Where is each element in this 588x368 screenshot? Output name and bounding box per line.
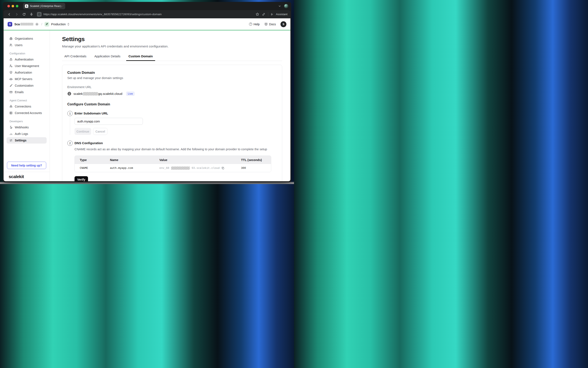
org-name[interactable]: Sca [14, 23, 20, 26]
minimize-window-button[interactable] [12, 5, 14, 7]
tab-application-details[interactable]: Application Details [92, 54, 123, 61]
step-1-title: Enter Subdomain URL [75, 111, 277, 115]
column-ttl: TTL (seconds) [241, 158, 266, 162]
browser-tab-strip: S Scalekit | Enterprise Ready A [4, 2, 290, 10]
site-info-globe-icon[interactable] [37, 12, 42, 17]
dns-table-header: Type Name Value TTL (seconds) [75, 156, 271, 164]
column-type: Type [80, 158, 110, 162]
card-heading: Custom Domain [67, 71, 277, 75]
environment-url-label: Environment URL [67, 85, 277, 89]
tab-custom-domain[interactable]: Custom Domain [126, 54, 155, 61]
server-stack-icon [9, 111, 13, 115]
sidebar-item-settings[interactable]: Settings [7, 137, 47, 144]
sidebar: Organizations Users Configuration Authen… [4, 30, 50, 181]
step-2-number: 2 [67, 141, 73, 146]
mail-icon [9, 91, 13, 94]
dns-records-table: Type Name Value TTL (seconds) CNAME [75, 156, 271, 172]
address-bar[interactable]: https://app.scalekit.cloud/ws/environmen… [43, 13, 162, 16]
help-button[interactable]: Help [249, 23, 260, 26]
step-1-number: 1 [67, 111, 73, 116]
bookmark-star-icon[interactable] [256, 12, 259, 16]
lock-icon [9, 58, 13, 61]
maximize-window-button[interactable] [16, 5, 18, 7]
browser-profile-avatar[interactable] [284, 4, 288, 8]
sidebar-item-authorization[interactable]: Authorization [7, 69, 47, 76]
sidebar-item-connected-accounts[interactable]: Connected Accounts [7, 110, 47, 116]
verify-button[interactable]: Verify [75, 176, 88, 181]
column-value: Value [159, 158, 241, 162]
scalekit-favicon: S [25, 4, 28, 8]
docs-button[interactable]: Docs [264, 22, 276, 26]
environment-rocket-icon [45, 22, 49, 27]
environment-switcher-chevrons-icon[interactable] [67, 23, 70, 26]
dns-description: CNAME records act as an alias by mapping… [75, 147, 277, 151]
sidebar-item-organizations[interactable]: Organizations [7, 35, 47, 42]
record-value: env_6893.scalekit.cloud [159, 166, 241, 170]
main-content: Settings Manage your application's API c… [50, 30, 290, 181]
shield-check-icon [9, 71, 13, 74]
voice-search-icon[interactable] [29, 12, 34, 17]
robot-icon [9, 77, 13, 81]
scalekit-wordmark: scalekit [9, 174, 24, 179]
sidebar-item-authentication[interactable]: Authentication [7, 56, 47, 63]
continue-button[interactable]: Continue [75, 128, 91, 135]
window-controls [7, 5, 18, 7]
cancel-button[interactable]: Cancel [93, 128, 107, 135]
paintbrush-icon [9, 84, 13, 87]
step-enter-subdomain: 1 Enter Subdomain URL Continue Canc [67, 111, 277, 135]
breadcrumb-separator: / [41, 22, 42, 26]
browser-toolbar: https://app.scalekit.cloud/ws/environmen… [4, 10, 290, 18]
settings-tabs: API Credentials Application Details Cust… [62, 54, 282, 61]
sidebar-item-auth-logs[interactable]: Auth Logs [7, 131, 47, 137]
record-type: CNAME [80, 166, 110, 170]
sidebar-section-developers: Developers [10, 120, 50, 123]
browser-tab[interactable]: S Scalekit | Enterprise Ready A [23, 3, 65, 9]
webhook-icon [9, 126, 13, 129]
help-icon [249, 23, 252, 26]
globe-icon [67, 92, 71, 96]
record-name: auth.myapp.com [110, 166, 159, 170]
step-2-title: DNS Configuration [75, 141, 277, 145]
assistant-icon [271, 13, 274, 16]
sidebar-item-mcp-servers[interactable]: MCP Servers [7, 76, 47, 82]
org-name-redacted [20, 23, 33, 26]
column-name: Name [110, 158, 159, 162]
sidebar-item-webhooks[interactable]: Webhooks [7, 124, 47, 130]
user-avatar[interactable]: S [280, 21, 286, 27]
copy-icon[interactable] [222, 166, 225, 170]
subdomain-input[interactable] [75, 118, 143, 125]
tab-api-credentials[interactable]: API Credentials [62, 54, 89, 61]
sidebar-section-configuration: Configuration [10, 52, 50, 55]
environment-selector[interactable]: Production [51, 23, 66, 26]
environment-url-value: scalek gq.scalekit.cloud [73, 92, 122, 96]
reload-button[interactable] [21, 12, 27, 17]
sliders-icon [9, 139, 13, 142]
scalekit-logo: S [8, 22, 12, 27]
sidebar-item-users[interactable]: Users [7, 42, 47, 48]
app-header: S Sca / Production Help [4, 18, 290, 30]
assistant-button[interactable]: Assistant [271, 13, 288, 16]
tab-overflow-chevron-icon[interactable] [278, 5, 281, 8]
sidebar-item-connections[interactable]: Connections [7, 103, 47, 110]
need-help-button[interactable]: Need help setting up? [7, 162, 46, 169]
forward-button[interactable] [14, 12, 19, 17]
step-dns-configuration: 2 DNS Configuration CNAME records act as… [67, 141, 277, 181]
page-subtitle: Manage your application's API credential… [62, 45, 282, 48]
sidebar-item-emails[interactable]: Emails [7, 89, 47, 95]
custom-domain-card: Custom Domain Set up and manage your dom… [62, 65, 282, 181]
close-window-button[interactable] [7, 5, 10, 7]
sidebar-section-agent-connect: Agent Connect [10, 99, 50, 102]
sidebar-item-user-management[interactable]: User Management [7, 63, 47, 69]
configure-heading: Configure Custom Domain [67, 102, 277, 106]
page-title: Settings [62, 36, 282, 43]
copy-link-icon[interactable] [262, 13, 265, 16]
dns-table-row: CNAME auth.myapp.com env_6893.scalekit.c… [75, 164, 271, 172]
bar-chart-icon [9, 132, 13, 136]
org-settings-gear-icon[interactable] [35, 23, 39, 26]
back-button[interactable] [7, 12, 12, 17]
environment-url-redacted [83, 92, 98, 95]
record-ttl: 300 [241, 166, 266, 170]
user-gear-icon [9, 64, 13, 68]
cubes-icon [9, 105, 13, 108]
sidebar-item-customization[interactable]: Customization [7, 83, 47, 89]
